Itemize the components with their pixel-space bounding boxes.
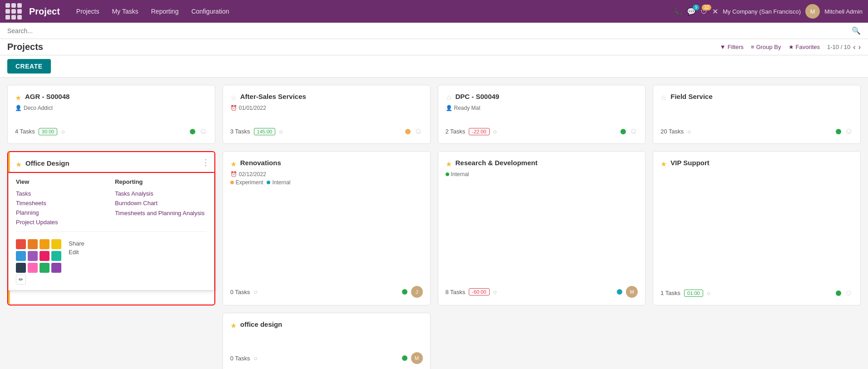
context-item-planning[interactable]: Planning bbox=[16, 208, 108, 217]
app-grid-icon[interactable] bbox=[5, 3, 22, 20]
activity-badge: 32 bbox=[702, 5, 711, 10]
context-share[interactable]: Share bbox=[69, 240, 84, 247]
star-icon-vip-support[interactable]: ★ bbox=[660, 160, 667, 168]
clock-icon-research[interactable]: ○ bbox=[493, 288, 497, 295]
internal-dot-research bbox=[446, 172, 449, 176]
color-reset[interactable]: ✏ bbox=[16, 275, 26, 285]
time-badge-vip-support: 01:00 bbox=[684, 290, 703, 297]
nav-projects[interactable]: Projects bbox=[71, 5, 105, 18]
time-badge-dpc: -22:00 bbox=[469, 128, 489, 135]
pagination: 1-10 / 10 ‹ › bbox=[827, 43, 861, 51]
context-item-timesheets-planning[interactable]: Timesheets and Planning Analysis bbox=[115, 208, 207, 219]
prev-page-button[interactable]: ‹ bbox=[853, 43, 855, 51]
avatar[interactable]: M bbox=[805, 4, 820, 19]
avatar-research: M bbox=[626, 286, 638, 298]
company-name: My Company (San Francisco) bbox=[723, 8, 801, 15]
color-swatch-6[interactable] bbox=[40, 251, 50, 261]
context-menu: View Tasks Timesheets Planning Project U… bbox=[8, 172, 214, 290]
project-meta-agr: 👤 Deco Addict bbox=[15, 105, 208, 111]
context-item-timesheets[interactable]: Timesheets bbox=[16, 198, 108, 208]
star-icon-dpc[interactable]: ☆ bbox=[446, 93, 452, 102]
status-dot-agr bbox=[190, 129, 195, 134]
create-button[interactable]: CREATE bbox=[7, 59, 51, 74]
status-dot-field-service bbox=[836, 129, 841, 134]
clock-icon-dpc[interactable]: ○ bbox=[493, 128, 497, 135]
next-page-button[interactable]: › bbox=[858, 43, 861, 51]
username: Mitchell Admin bbox=[824, 8, 863, 15]
smiley-dpc: ☺ bbox=[630, 127, 638, 136]
context-item-burndown-chart[interactable]: Burndown Chart bbox=[115, 198, 207, 208]
status-dot-dpc bbox=[620, 129, 626, 134]
person-icon: 👤 bbox=[15, 105, 22, 111]
activity-icon[interactable]: ⏱ 32 bbox=[700, 7, 708, 15]
tasks-count-renovations: 0 Tasks bbox=[230, 289, 250, 295]
color-swatch-9[interactable] bbox=[28, 263, 38, 273]
context-item-tasks-analysis[interactable]: Tasks Analysis bbox=[115, 189, 207, 198]
star-icon-field-service[interactable]: ☆ bbox=[660, 93, 667, 102]
tasks-count-vip-support: 1 Tasks bbox=[660, 290, 680, 296]
star-icon-office-design-2[interactable]: ★ bbox=[230, 321, 237, 330]
context-item-project-updates[interactable]: Project Updates bbox=[16, 217, 108, 227]
favorites-button[interactable]: ★ Favorites bbox=[789, 44, 820, 50]
star-icon-office-design[interactable]: ★ bbox=[15, 160, 22, 169]
color-swatch-3[interactable] bbox=[51, 239, 61, 249]
star-icon-renovations[interactable]: ★ bbox=[230, 160, 237, 168]
status-dot-after-sales bbox=[405, 129, 411, 134]
project-meta-after-sales: ⏰ 01/01/2022 bbox=[230, 105, 423, 111]
status-dot-renovations bbox=[402, 289, 407, 295]
close-icon[interactable]: ✕ bbox=[712, 7, 718, 16]
filters-button[interactable]: ▼ Filters bbox=[720, 44, 744, 50]
color-swatch-4[interactable] bbox=[16, 251, 26, 261]
star-icon-agr[interactable]: ★ bbox=[15, 93, 21, 102]
nav-configuration[interactable]: Configuration bbox=[186, 5, 234, 18]
context-reporting-title: Reporting bbox=[115, 178, 207, 185]
clock-icon-vip-support[interactable]: ○ bbox=[707, 290, 710, 297]
star-icon-research[interactable]: ★ bbox=[446, 160, 452, 168]
clock-icon-after-sales[interactable]: ○ bbox=[279, 128, 283, 135]
color-swatch-7[interactable] bbox=[51, 251, 61, 261]
color-swatch-11[interactable] bbox=[51, 263, 61, 273]
favorites-icon: ★ bbox=[789, 44, 794, 50]
smiley-agr: ☺ bbox=[199, 127, 207, 136]
color-swatch-5[interactable] bbox=[28, 251, 38, 261]
nav-my-tasks[interactable]: My Tasks bbox=[106, 5, 144, 18]
clock-icon-renovations[interactable]: ○ bbox=[254, 288, 258, 295]
groupby-button[interactable]: ≡ Group By bbox=[751, 44, 781, 50]
tasks-count-research: 8 Tasks bbox=[446, 289, 466, 295]
nav-reporting[interactable]: Reporting bbox=[145, 5, 184, 18]
clock-icon-office-design-2[interactable]: ○ bbox=[254, 354, 258, 362]
project-name-office-design-2: office design bbox=[240, 320, 423, 328]
context-actions: Share Edit bbox=[69, 240, 84, 256]
time-badge-after-sales: 145:00 bbox=[254, 128, 276, 135]
context-item-tasks[interactable]: Tasks bbox=[16, 189, 108, 198]
chat-icon[interactable]: 💬 9 bbox=[687, 7, 696, 16]
phone-icon[interactable]: 📞 bbox=[673, 7, 682, 16]
tasks-count-dpc: 2 Tasks bbox=[446, 128, 466, 135]
clock-icon-field-service[interactable]: ○ bbox=[687, 128, 691, 135]
search-input[interactable] bbox=[7, 27, 852, 34]
context-edit[interactable]: Edit bbox=[69, 249, 84, 256]
project-name-renovations: Renovations bbox=[240, 159, 423, 167]
color-swatch-2[interactable] bbox=[40, 239, 50, 249]
status-dot-research bbox=[617, 289, 622, 295]
topnav-right: 📞 💬 9 ⏱ 32 ✕ My Company (San Francisco) … bbox=[673, 4, 863, 19]
project-card-field-service: ☆ Field Service 20 Tasks ○ ☺ bbox=[653, 85, 861, 144]
app-logo: Project bbox=[29, 6, 60, 17]
three-dot-menu-office-design[interactable]: ⋮ bbox=[202, 157, 210, 167]
project-footer-office-design-2: 0 Tasks ○ M bbox=[230, 348, 423, 364]
color-swatch-1[interactable] bbox=[28, 239, 38, 249]
tasks-count-agr: 4 Tasks bbox=[15, 128, 35, 135]
search-bar: 🔍 bbox=[0, 23, 868, 39]
project-footer-after-sales: 3 Tasks 145:00 ○ ☺ bbox=[230, 122, 423, 136]
color-swatch-8[interactable] bbox=[16, 263, 26, 273]
avatar-office-design-2: M bbox=[411, 352, 423, 364]
project-card-research: ★ Research & Development Internal 8 Task… bbox=[438, 151, 646, 305]
project-meta-renovations: ⏰ 02/12/2022 bbox=[230, 171, 423, 177]
star-icon-after-sales[interactable]: ☆ bbox=[230, 93, 237, 102]
color-swatch-0[interactable] bbox=[16, 239, 26, 249]
color-swatch-10[interactable] bbox=[40, 263, 50, 273]
project-tags-renovations: Experiment Internal bbox=[230, 179, 423, 186]
person-icon-dpc: 👤 bbox=[446, 105, 452, 111]
clock-icon-agr[interactable]: ○ bbox=[61, 128, 64, 135]
project-name-research: Research & Development bbox=[456, 159, 638, 167]
